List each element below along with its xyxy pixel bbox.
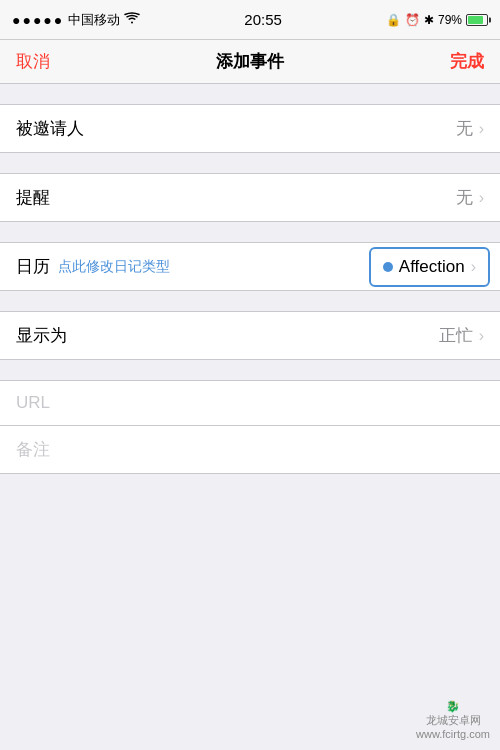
calendar-hint[interactable]: 点此修改日记类型 [58,258,170,276]
reminder-value: 无 [456,186,473,209]
reminder-section: 提醒 无 › [0,173,500,222]
calendar-label: 日历 [16,255,50,278]
wifi-icon [124,12,140,27]
calendar-picker-button[interactable]: Affection › [369,247,490,287]
invitees-chevron-icon: › [479,120,484,138]
invitees-value: 无 [456,117,473,140]
url-placeholder: URL [16,393,50,412]
calendar-left: 日历 点此修改日记类型 [0,243,369,290]
watermark-line2: www.fcirtg.com [416,728,490,740]
dots-icon: ●●●●● [12,12,64,28]
invitees-label: 被邀请人 [16,117,84,140]
watermark-line1: 龙城安卓网 [416,713,490,728]
battery-icon [466,14,488,26]
calendar-chevron-icon: › [471,258,476,276]
reminder-label: 提醒 [16,186,50,209]
done-button[interactable]: 完成 [450,50,484,73]
calendar-section: 日历 点此修改日记类型 Affection › [0,242,500,291]
notes-row[interactable]: 备注 [0,426,500,473]
form-content: 被邀请人 无 › 提醒 无 › 日历 点此修改日记类型 Affection › [0,84,500,474]
watermark-logo: 🐉 [416,700,490,713]
showas-row[interactable]: 显示为 正忙 › [0,312,500,359]
nav-bar: 取消 添加事件 完成 [0,40,500,84]
reminder-value-container: 无 › [456,186,484,209]
carrier-label: 中国移动 [68,11,120,29]
bluetooth-icon: ✱ [424,13,434,27]
input-section: URL 备注 [0,380,500,474]
battery-percentage: 79% [438,13,462,27]
notes-placeholder: 备注 [16,440,50,459]
alarm-icon: ⏰ [405,13,420,27]
invitees-section: 被邀请人 无 › [0,104,500,153]
status-bar: ●●●●● 中国移动 20:55 🔒 ⏰ ✱ 79% [0,0,500,40]
status-time: 20:55 [244,11,282,28]
showas-value-container: 正忙 › [439,324,484,347]
reminder-row[interactable]: 提醒 无 › [0,174,500,221]
invitees-value-container: 无 › [456,117,484,140]
watermark: 🐉 龙城安卓网 www.fcirtg.com [416,700,490,740]
cancel-button[interactable]: 取消 [16,50,50,73]
showas-section: 显示为 正忙 › [0,311,500,360]
invitees-row[interactable]: 被邀请人 无 › [0,105,500,152]
showas-label: 显示为 [16,324,67,347]
status-right: 🔒 ⏰ ✱ 79% [386,13,488,27]
nav-title: 添加事件 [216,50,284,73]
status-left: ●●●●● 中国移动 [12,11,140,29]
reminder-chevron-icon: › [479,189,484,207]
url-row[interactable]: URL [0,381,500,426]
calendar-dot-icon [383,262,393,272]
showas-value: 正忙 [439,324,473,347]
lock-icon: 🔒 [386,13,401,27]
calendar-name: Affection [399,257,465,277]
showas-chevron-icon: › [479,327,484,345]
